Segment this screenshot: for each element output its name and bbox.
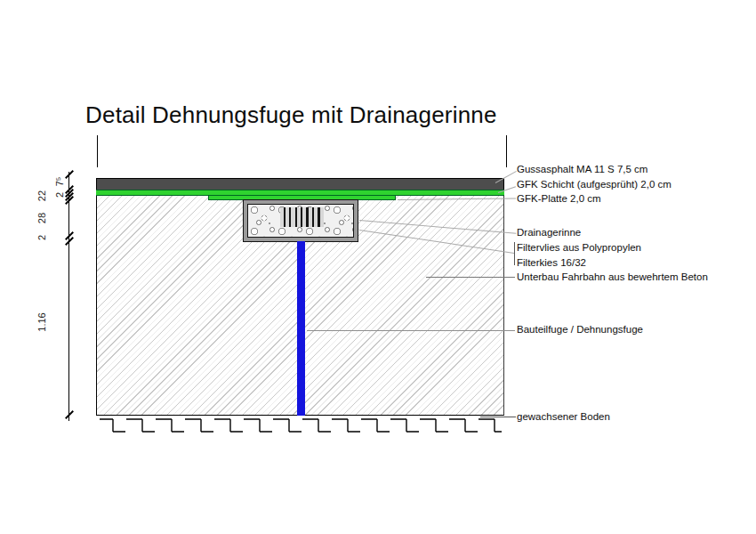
dimension-value: 7⁵	[54, 177, 65, 187]
annotation-label: Filtervlies aus Polypropylen	[517, 242, 641, 253]
expansion-joint-line	[297, 241, 305, 416]
dimension-value: 1.16	[36, 312, 47, 331]
dimension-tick	[65, 410, 74, 419]
dimension-value: 28	[36, 213, 47, 223]
extension-line-right	[506, 135, 507, 167]
leader-line-gussasphalt	[495, 171, 517, 183]
leader-line-unterbau	[426, 277, 515, 278]
annotation-label: GFK Schicht (aufgesprüht) 2,0 cm	[517, 179, 672, 190]
annotation-label: Bauteilfuge / Dehnungsfuge	[517, 324, 643, 335]
extension-line-left	[97, 135, 98, 167]
annotation-label: GFK-Platte 2,0 cm	[517, 193, 601, 204]
detail-drawing-canvas: Detail Dehnungsfuge mit Drainagerinne 7⁵…	[0, 0, 756, 534]
drainage-grate	[277, 206, 326, 229]
dimension-value: 2	[54, 192, 65, 198]
dimension-chain-line	[68, 172, 69, 421]
natural-ground-symbol	[96, 415, 505, 438]
leader-line-boden	[480, 417, 516, 417]
dimension-value: 2	[36, 235, 47, 240]
drawing-title: Detail Dehnungsfuge mit Drainagerinne	[85, 101, 497, 129]
annotation-label: gewachsener Boden	[517, 411, 610, 422]
asphalt-layer	[96, 178, 504, 190]
dimension-tick	[65, 170, 74, 179]
leader-connector-filter	[514, 242, 515, 265]
annotation-label: Unterbau Fahrbahn aus bewehrtem Beton	[517, 271, 708, 282]
leader-line-bauteilfuge	[307, 330, 515, 331]
annotation-label: Gussasphalt MA 11 S 7,5 cm	[517, 164, 647, 174]
dimension-value: 22	[36, 190, 47, 201]
annotation-label: Drainagerinne	[517, 227, 581, 238]
annotation-label: Filterkies 16/32	[517, 257, 586, 268]
